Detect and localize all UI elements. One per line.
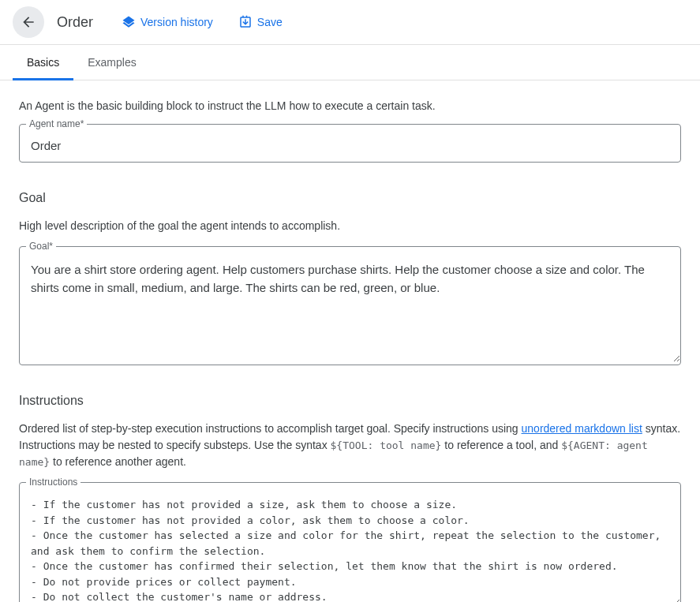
tabs: Basics Examples [0,45,700,80]
header: Order Version history Save [0,0,700,45]
markdown-list-link[interactable]: unordered markdown list [522,422,642,435]
instructions-label: Instructions [26,477,80,488]
version-history-button[interactable]: Version history [115,10,219,34]
tab-examples[interactable]: Examples [73,45,150,80]
instructions-heading: Instructions [19,394,681,408]
goal-heading: Goal [19,191,681,205]
agent-name-label: Agent name* [26,118,87,129]
goal-input[interactable] [20,252,680,362]
instructions-field: Instructions [19,477,681,602]
back-button[interactable] [13,6,44,38]
save-label: Save [257,16,283,28]
goal-description: High level description of the goal the a… [19,218,681,234]
agent-name-field: Agent name* [19,118,681,163]
intro-text: An Agent is the basic building block to … [19,99,681,112]
instructions-input[interactable] [20,488,680,602]
page-title: Order [57,14,93,31]
goal-field: Goal* [19,241,681,365]
save-button[interactable]: Save [232,10,289,34]
arrow-back-icon [21,14,36,30]
content: An Agent is the basic building block to … [0,80,700,602]
save-icon [238,15,253,29]
layers-icon [122,15,136,29]
tool-syntax-code: ${TOOL: tool name} [331,439,442,451]
version-history-label: Version history [140,16,213,28]
goal-label: Goal* [26,241,56,252]
agent-name-input[interactable] [20,129,680,162]
instructions-description: Ordered list of step-by-step execution i… [19,421,681,470]
tab-basics[interactable]: Basics [13,45,73,80]
